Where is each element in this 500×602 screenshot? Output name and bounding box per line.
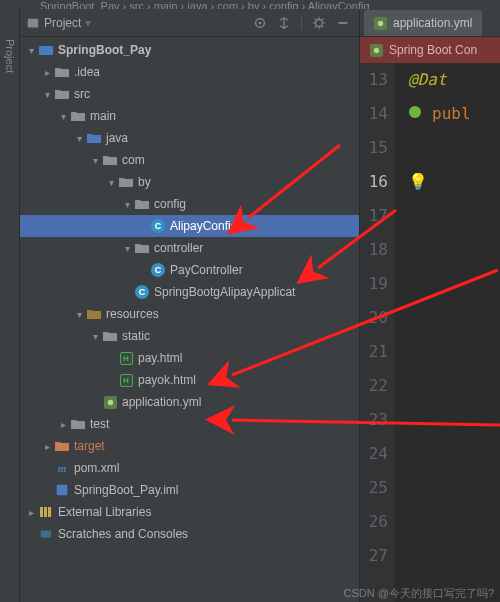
chevron-right-icon[interactable]: ▸ <box>40 67 54 78</box>
scratches-icon <box>38 526 54 542</box>
project-panel-title[interactable]: Project ▾ <box>26 16 246 30</box>
project-panel-title-label: Project <box>44 16 81 30</box>
code-line-14: publ <box>432 97 471 131</box>
tree-item-pay-html[interactable]: H pay.html <box>20 347 359 369</box>
yml-file-icon <box>374 17 387 30</box>
editor-area: application.yml Spring Boot Con 13141516… <box>360 9 500 602</box>
tree-item-label: main <box>90 109 116 123</box>
tree-item-label: SpringBootgAlipayApplicat <box>154 285 295 299</box>
package-icon <box>134 240 150 256</box>
tree-item-label: resources <box>106 307 159 321</box>
tree-item-pkg-config[interactable]: ▾ config <box>20 193 359 215</box>
svg-rect-7 <box>57 485 68 496</box>
code-area[interactable]: @Dat publ 💡 <box>394 63 500 602</box>
spring-leaf-icon <box>370 44 383 57</box>
chevron-right-icon[interactable]: ▸ <box>56 419 70 430</box>
tree-item-idea[interactable]: ▸ .idea <box>20 61 359 83</box>
maven-icon: m <box>54 460 70 476</box>
class-icon: C <box>150 262 166 278</box>
tree-item-label: com <box>122 153 145 167</box>
tree-item-java[interactable]: ▾ java <box>20 127 359 149</box>
chevron-down-icon[interactable]: ▾ <box>72 309 86 320</box>
tree-item-label: config <box>154 197 186 211</box>
library-icon <box>38 504 54 520</box>
tree-item-main[interactable]: ▾ main <box>20 105 359 127</box>
chevron-right-icon[interactable]: ▸ <box>40 441 54 452</box>
chevron-down-icon[interactable]: ▾ <box>88 155 102 166</box>
chevron-down-icon[interactable]: ▾ <box>72 133 86 144</box>
lightbulb-icon[interactable]: 💡 <box>408 165 428 199</box>
tree-item-label: PayController <box>170 263 243 277</box>
svg-point-3 <box>316 19 323 26</box>
tree-item-alipay-config[interactable]: C AlipayConfig <box>20 215 359 237</box>
chevron-down-icon[interactable]: ▾ <box>120 199 134 210</box>
svg-point-6 <box>107 399 112 404</box>
tree-item-label: AlipayConfig <box>170 219 237 233</box>
tree-item-application-yml[interactable]: application.yml <box>20 391 359 413</box>
tree-item-label: src <box>74 87 90 101</box>
tree-item-pom[interactable]: m pom.xml <box>20 457 359 479</box>
tree-item-label: target <box>74 439 105 453</box>
tree-item-payok-html[interactable]: H payok.html <box>20 369 359 391</box>
editor[interactable]: 131415161718192021222324252627 @Dat publ… <box>360 63 500 602</box>
spring-boot-banner-label: Spring Boot Con <box>389 43 477 57</box>
tree-item-label: pom.xml <box>74 461 119 475</box>
editor-tab-application-yml[interactable]: application.yml <box>364 10 482 36</box>
chevron-right-icon[interactable]: ▸ <box>24 507 38 518</box>
tree-item-external-libraries[interactable]: ▸ External Libraries <box>20 501 359 523</box>
chevron-down-icon[interactable]: ▾ <box>24 45 38 56</box>
chevron-down-icon[interactable]: ▾ <box>56 111 70 122</box>
tree-item-iml[interactable]: SpringBoot_Pay.iml <box>20 479 359 501</box>
tree-item-src[interactable]: ▾ src <box>20 83 359 105</box>
svg-rect-9 <box>44 507 47 517</box>
tree-item-pkg-com[interactable]: ▾ com <box>20 149 359 171</box>
svg-rect-11 <box>41 531 52 538</box>
folder-source-icon <box>86 130 102 146</box>
folder-icon <box>54 86 70 102</box>
tree-item-label: by <box>138 175 151 189</box>
svg-rect-5 <box>39 46 53 55</box>
spring-boot-banner[interactable]: Spring Boot Con <box>360 37 500 63</box>
chevron-down-icon[interactable]: ▾ <box>40 89 54 100</box>
editor-tab-bar: application.yml <box>360 9 500 37</box>
tree-item-pay-controller[interactable]: C PayController <box>20 259 359 281</box>
svg-point-14 <box>409 106 421 118</box>
chevron-down-icon[interactable]: ▾ <box>120 243 134 254</box>
package-icon <box>118 174 134 190</box>
tree-item-pkg-controller[interactable]: ▾ controller <box>20 237 359 259</box>
resources-folder-icon <box>86 306 102 322</box>
tree-item-spring-app[interactable]: C SpringBootgAlipayApplicat <box>20 281 359 303</box>
tree-root-label: SpringBoot_Pay <box>58 43 151 57</box>
chevron-down-icon[interactable]: ▾ <box>85 16 91 30</box>
svg-point-13 <box>374 47 379 52</box>
select-opened-file-button[interactable] <box>250 13 270 33</box>
breadcrumb[interactable]: SpringBoot_Pay › src › main › java › com… <box>0 0 500 9</box>
tree-item-resources[interactable]: ▾ resources <box>20 303 359 325</box>
project-tree[interactable]: ▾ SpringBoot_Pay ▸ .idea ▾ src ▾ main ▾ <box>20 37 359 602</box>
tree-item-scratches[interactable]: Scratches and Consoles <box>20 523 359 545</box>
excluded-folder-icon <box>54 438 70 454</box>
tree-root[interactable]: ▾ SpringBoot_Pay <box>20 39 359 61</box>
left-rail-label-project[interactable]: Project <box>4 39 16 73</box>
gear-icon[interactable] <box>309 13 329 33</box>
tree-item-label: Scratches and Consoles <box>58 527 188 541</box>
hide-panel-button[interactable] <box>333 13 353 33</box>
tree-item-pkg-by[interactable]: ▾ by <box>20 171 359 193</box>
svg-point-12 <box>378 20 383 25</box>
package-icon <box>102 152 118 168</box>
tree-item-label: External Libraries <box>58 505 151 519</box>
project-panel-header: Project ▾ <box>20 9 359 37</box>
chevron-down-icon[interactable]: ▾ <box>104 177 118 188</box>
tree-item-label: controller <box>154 241 203 255</box>
package-icon <box>134 196 150 212</box>
class-icon: C <box>134 284 150 300</box>
tree-item-static[interactable]: ▾ static <box>20 325 359 347</box>
tree-item-target[interactable]: ▸ target <box>20 435 359 457</box>
chevron-down-icon[interactable]: ▾ <box>88 331 102 342</box>
editor-tab-label: application.yml <box>393 16 472 30</box>
expand-all-button[interactable] <box>274 13 294 33</box>
tree-item-test[interactable]: ▸ test <box>20 413 359 435</box>
yml-file-icon <box>102 394 118 410</box>
html-file-icon: H <box>118 350 134 366</box>
editor-gutter: 131415161718192021222324252627 <box>360 63 394 602</box>
